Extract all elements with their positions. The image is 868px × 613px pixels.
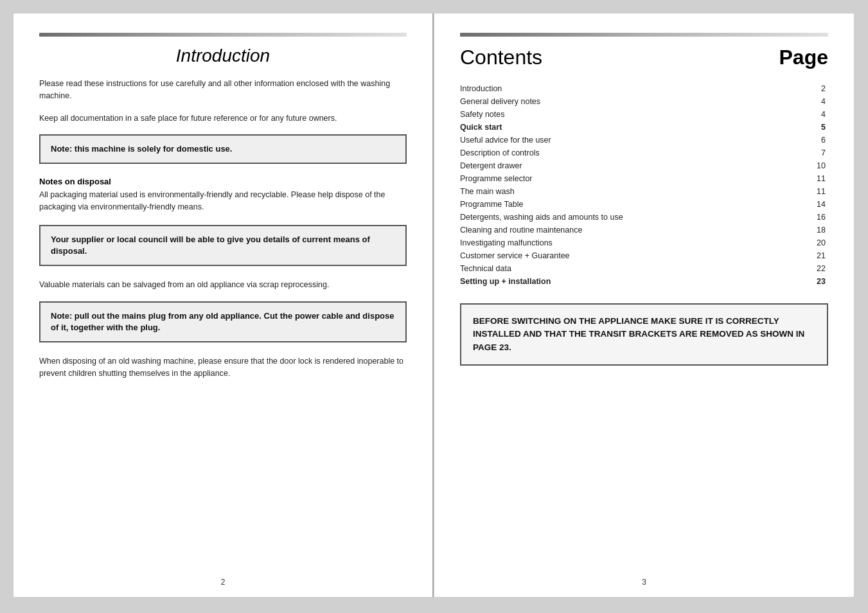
right-page: Contents Page Introduction2General deliv… (434, 13, 855, 598)
contents-item-label: Detergent drawer (460, 159, 804, 172)
contents-item-label: Technical data (460, 262, 804, 275)
contents-item-label: Setting up + installation (460, 275, 804, 288)
contents-item-label: Programme selector (460, 172, 804, 185)
table-row: Programme selector11 (460, 172, 828, 185)
contents-item-page: 22 (804, 262, 828, 275)
table-row: Introduction2 (460, 82, 828, 95)
contents-item-label: Description of controls (460, 147, 804, 159)
disposal-text: All packaging material used is environme… (39, 189, 407, 213)
contents-item-label: Quick start (460, 121, 804, 134)
left-page-title: Introduction (39, 46, 407, 66)
contents-table: Introduction2General delivery notes4Safe… (460, 82, 828, 288)
contents-item-label: The main wash (460, 185, 804, 198)
contents-item-page: 4 (804, 108, 828, 121)
table-row: The main wash11 (460, 185, 828, 198)
table-row: Setting up + installation23 (460, 275, 828, 288)
table-row: General delivery notes4 (460, 95, 828, 108)
contents-item-page: 14 (804, 198, 828, 211)
contents-item-label: Useful advice for the user (460, 134, 804, 147)
note-box-supplier: Your supplier or local council will be a… (39, 225, 407, 266)
table-row: Detergent drawer10 (460, 159, 828, 172)
table-row: Cleaning and routine maintenance18 (460, 224, 828, 236)
table-row: Detergents, washing aids and amounts to … (460, 211, 828, 224)
contents-item-page: 6 (804, 134, 828, 147)
table-row: Technical data22 (460, 262, 828, 275)
contents-item-label: Safety notes (460, 108, 804, 121)
contents-item-page: 11 (804, 172, 828, 185)
contents-item-label: Cleaning and routine maintenance (460, 224, 804, 236)
note-domestic-text: Note: this machine is solely for domesti… (51, 143, 395, 155)
note-mains-text: Note: pull out the mains plug from any o… (51, 310, 395, 333)
contents-item-page: 2 (804, 82, 828, 95)
contents-item-page: 5 (804, 121, 828, 134)
header-bar-right (460, 33, 828, 37)
table-row: Useful advice for the user6 (460, 134, 828, 147)
table-row: Customer service + Guarantee21 (460, 249, 828, 262)
salvage-text: Valuable materials can be salvaged from … (39, 279, 407, 291)
contents-item-label: Programme Table (460, 198, 804, 211)
contents-item-page: 11 (804, 185, 828, 198)
warning-box: BEFORE SWITCHING ON THE APPLIANCE MAKE S… (460, 303, 828, 366)
table-row: Description of controls7 (460, 147, 828, 159)
disposal-heading: Notes on disposal (39, 177, 407, 186)
note-box-domestic: Note: this machine is solely for domesti… (39, 134, 407, 164)
contents-item-page: 23 (804, 275, 828, 288)
contents-header-row: Contents Page (460, 46, 828, 69)
left-page-number: 2 (221, 578, 226, 587)
table-row: Investigating malfunctions20 (460, 236, 828, 249)
contents-item-page: 20 (804, 236, 828, 249)
warning-text: BEFORE SWITCHING ON THE APPLIANCE MAKE S… (473, 315, 815, 354)
table-row: Quick start5 (460, 121, 828, 134)
note-box-mains: Note: pull out the mains plug from any o… (39, 301, 407, 342)
contents-page-label: Page (779, 46, 828, 69)
contents-item-label: Introduction (460, 82, 804, 95)
left-page: Introduction Please read these instructi… (13, 13, 434, 598)
pages-wrapper: Introduction Please read these instructi… (13, 13, 855, 598)
contents-item-page: 4 (804, 95, 828, 108)
contents-item-page: 16 (804, 211, 828, 224)
contents-item-page: 18 (804, 224, 828, 236)
intro-paragraph-1: Please read these instructions for use c… (39, 78, 407, 102)
header-bar-left (39, 33, 407, 37)
intro-paragraph-2: Keep all documentation in a safe place f… (39, 112, 407, 125)
contents-item-page: 21 (804, 249, 828, 262)
contents-title: Contents (460, 46, 542, 69)
contents-item-page: 10 (804, 159, 828, 172)
table-row: Safety notes4 (460, 108, 828, 121)
right-page-number: 3 (642, 578, 646, 587)
disposal-section: Notes on disposal All packaging material… (39, 177, 407, 213)
contents-item-label: General delivery notes (460, 95, 804, 108)
table-row: Programme Table14 (460, 198, 828, 211)
contents-item-label: Customer service + Guarantee (460, 249, 804, 262)
note-supplier-text: Your supplier or local council will be a… (51, 234, 395, 257)
contents-item-page: 7 (804, 147, 828, 159)
contents-item-label: Detergents, washing aids and amounts to … (460, 211, 804, 224)
door-lock-text: When disposing of an old washing machine… (39, 355, 407, 380)
contents-item-label: Investigating malfunctions (460, 236, 804, 249)
